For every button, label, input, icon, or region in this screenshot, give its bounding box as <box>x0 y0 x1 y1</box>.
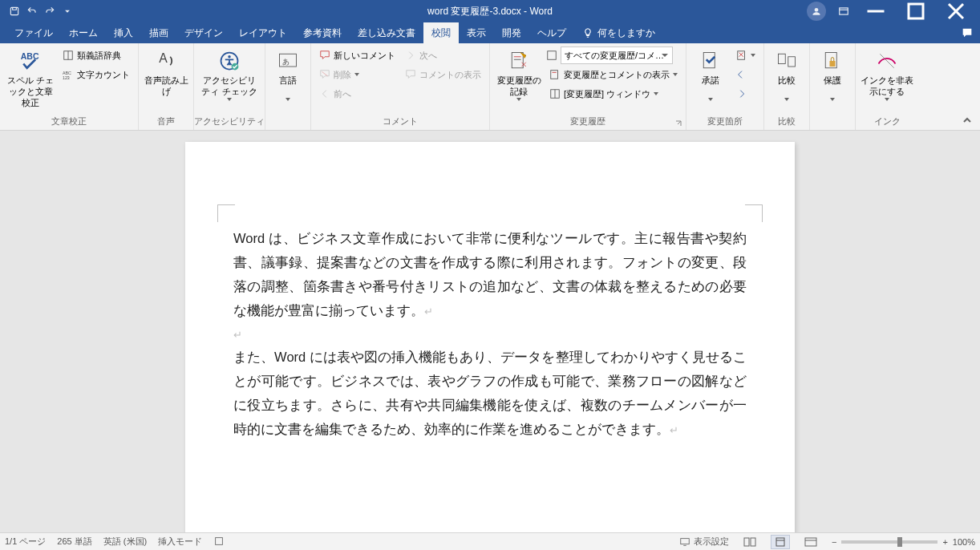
svg-line-33 <box>880 54 894 68</box>
accept-button[interactable]: 承諾 <box>691 47 730 101</box>
web-layout-button[interactable] <box>801 535 820 549</box>
margin-corner-tl <box>217 204 235 222</box>
zoom-slider[interactable] <box>841 540 937 544</box>
hide-ink-button[interactable]: インクを非表示にする <box>861 47 913 101</box>
compare-button[interactable]: 比較 <box>769 47 804 101</box>
prev-comment-button[interactable]: 前へ <box>316 85 399 103</box>
group-tracking: 変更履歴の記録 すべての変更履歴/コメ… 変更履歴とコメントの表示 [変更履歴]… <box>490 43 686 130</box>
show-markup-button[interactable]: 変更履歴とコメントの表示 <box>546 66 681 83</box>
status-page[interactable]: 1/1 ページ <box>5 536 46 548</box>
tab-draw[interactable]: 描画 <box>141 22 176 43</box>
tell-me-label: 何をしますか <box>597 26 655 40</box>
undo-icon[interactable] <box>26 5 38 18</box>
collapse-ribbon-button[interactable] <box>961 114 974 127</box>
margin-corner-tr <box>745 204 763 222</box>
comment-icon <box>319 50 330 61</box>
tell-me-search[interactable]: 何をしますか <box>574 22 663 43</box>
svg-text:あ: あ <box>282 58 290 66</box>
paragraph-2[interactable]: また、Word には表や図の挿入機能もあり、データを整理してわかりやすく見せるこ… <box>233 346 747 442</box>
document-area[interactable]: Word は、ビジネス文章作成において非常に便利なツールです。主に報告書や契約書… <box>0 131 980 532</box>
display-icon <box>546 50 557 61</box>
hide-ink-icon <box>874 48 900 74</box>
svg-rect-28 <box>738 51 745 60</box>
show-comments-button[interactable]: コメントの表示 <box>402 66 484 83</box>
read-mode-button[interactable] <box>740 535 759 549</box>
reject-icon <box>736 50 747 61</box>
tab-review[interactable]: 校閲 <box>423 22 459 43</box>
group-label-accessibility: アクセシビリティ <box>194 114 265 130</box>
zoom-level[interactable]: 100% <box>953 537 975 547</box>
reviewing-pane-button[interactable]: [変更履歴] ウィンドウ <box>546 85 681 103</box>
display-settings-button[interactable]: 表示設定 <box>679 536 729 548</box>
spell-check-button[interactable]: ABC スペル チェックと文章校正 <box>5 47 56 108</box>
paragraph-1[interactable]: Word は、ビジネス文章作成において非常に便利なツールです。主に報告書や契約書… <box>233 227 747 323</box>
page[interactable]: Word は、ビジネス文章作成において非常に便利なツールです。主に報告書や契約書… <box>185 142 795 532</box>
tracking-display-combo[interactable]: すべての変更履歴/コメ… <box>546 47 681 64</box>
qat-customize-icon[interactable] <box>61 5 74 18</box>
status-macro-icon[interactable] <box>213 536 225 548</box>
status-insert-mode[interactable]: 挿入モード <box>158 536 202 548</box>
delete-comment-button[interactable]: 削除 <box>316 66 399 83</box>
svg-rect-35 <box>681 538 690 544</box>
tab-mailings[interactable]: 差し込み文書 <box>350 22 423 43</box>
language-icon: あ <box>275 48 301 74</box>
svg-line-18 <box>322 72 328 76</box>
tab-home[interactable]: ホーム <box>61 22 106 43</box>
svg-rect-39 <box>776 538 784 546</box>
new-comment-button[interactable]: 新しいコメント <box>316 47 399 64</box>
read-aloud-button[interactable]: A 音声読み上げ <box>144 47 188 98</box>
user-account-icon[interactable] <box>807 2 826 21</box>
next-icon <box>405 50 416 61</box>
svg-rect-27 <box>703 53 715 68</box>
tab-help[interactable]: ヘルプ <box>529 22 574 43</box>
read-aloud-icon: A <box>153 48 179 74</box>
close-button[interactable] <box>942 0 970 22</box>
minimize-button[interactable] <box>861 0 890 22</box>
svg-rect-38 <box>751 538 755 546</box>
group-protect: 保護 <box>810 43 856 130</box>
ribbon-display-icon[interactable] <box>837 5 850 18</box>
tracking-launcher[interactable] <box>674 119 682 127</box>
monitor-icon <box>679 536 690 548</box>
tab-layout[interactable]: レイアウト <box>231 22 295 43</box>
tab-references[interactable]: 参考資料 <box>295 22 350 43</box>
zoom-out-button[interactable]: − <box>832 537 836 547</box>
accessibility-check-button[interactable]: アクセシビリティ チェック <box>199 47 260 101</box>
svg-rect-23 <box>551 71 558 79</box>
maximize-button[interactable] <box>901 0 930 22</box>
track-changes-button[interactable]: 変更履歴の記録 <box>495 47 543 101</box>
svg-text:A: A <box>159 51 168 65</box>
next-comment-button[interactable]: 次へ <box>402 47 484 64</box>
svg-rect-30 <box>788 57 796 67</box>
next-change-button[interactable] <box>733 85 759 103</box>
language-button[interactable]: あ 言語 <box>270 47 306 101</box>
wordcount-icon: ABC123 <box>63 69 74 80</box>
group-label-proofing: 文章校正 <box>0 114 138 130</box>
track-changes-icon <box>506 48 532 74</box>
prev-change-button[interactable] <box>733 66 759 83</box>
svg-text:ABC: ABC <box>21 51 39 61</box>
zoom-in-button[interactable]: + <box>942 537 947 547</box>
autosave-icon[interactable] <box>8 5 21 18</box>
tab-insert[interactable]: 挿入 <box>106 22 141 43</box>
tab-developer[interactable]: 開発 <box>494 22 529 43</box>
svg-rect-37 <box>744 538 749 546</box>
reject-button[interactable] <box>733 47 759 64</box>
print-layout-button[interactable] <box>771 535 790 549</box>
svg-rect-32 <box>830 61 836 67</box>
status-words[interactable]: 265 単語 <box>57 536 91 548</box>
status-language[interactable]: 英語 (米国) <box>103 536 147 548</box>
tab-design[interactable]: デザイン <box>176 22 231 43</box>
thesaurus-button[interactable]: 類義語辞典 <box>59 47 133 64</box>
protect-button[interactable]: 保護 <box>815 47 850 101</box>
tab-view[interactable]: 表示 <box>459 22 494 43</box>
paragraph-blank[interactable]: ↵ <box>233 323 747 346</box>
tab-file[interactable]: ファイル <box>6 22 61 43</box>
svg-rect-34 <box>216 537 223 544</box>
group-label-comments: コメント <box>311 114 489 130</box>
word-count-button[interactable]: ABC123文字カウント <box>59 66 133 83</box>
group-label-protect <box>810 126 855 130</box>
delete-icon <box>319 69 330 80</box>
redo-icon[interactable] <box>43 5 56 18</box>
prev-icon <box>319 88 330 99</box>
